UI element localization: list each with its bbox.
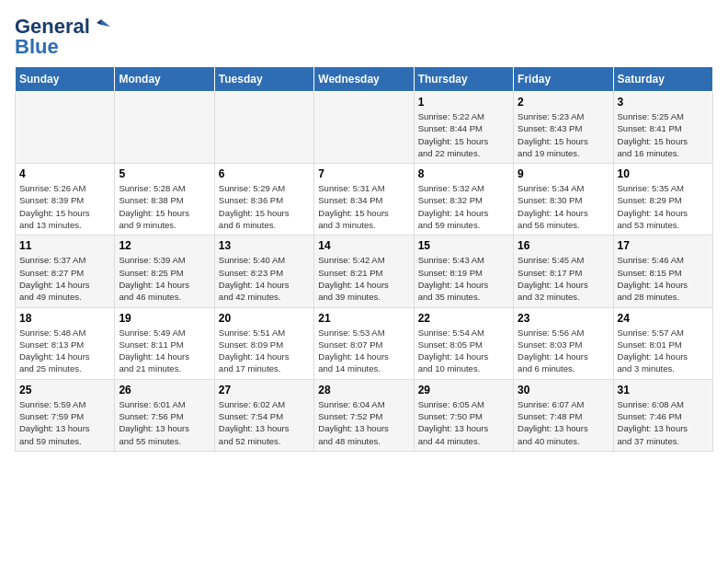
cell-content: Sunrise: 5:49 AM Sunset: 8:11 PM Dayligh…	[119, 327, 210, 375]
day-number: 3	[618, 96, 709, 109]
cell-content: Sunrise: 5:40 AM Sunset: 8:23 PM Dayligh…	[219, 254, 310, 303]
calendar-week-row: 4Sunrise: 5:26 AM Sunset: 8:39 PM Daylig…	[16, 164, 713, 236]
calendar-cell: 12Sunrise: 5:39 AM Sunset: 8:25 PM Dayli…	[115, 236, 214, 307]
day-number: 12	[119, 239, 210, 252]
cell-content: Sunrise: 5:31 AM Sunset: 8:34 PM Dayligh…	[318, 182, 409, 231]
calendar-cell: 23Sunrise: 5:56 AM Sunset: 8:03 PM Dayli…	[514, 307, 613, 379]
col-header-sunday: Sunday	[16, 67, 115, 92]
cell-content: Sunrise: 5:35 AM Sunset: 8:29 PM Dayligh…	[618, 182, 709, 231]
calendar-cell: 16Sunrise: 5:45 AM Sunset: 8:17 PM Dayli…	[514, 236, 613, 307]
calendar-cell: 4Sunrise: 5:26 AM Sunset: 8:39 PM Daylig…	[16, 164, 115, 236]
calendar-cell: 25Sunrise: 5:59 AM Sunset: 7:59 PM Dayli…	[16, 379, 115, 451]
day-number: 26	[119, 384, 210, 396]
cell-content: Sunrise: 6:02 AM Sunset: 7:54 PM Dayligh…	[219, 398, 310, 447]
cell-content: Sunrise: 6:04 AM Sunset: 7:52 PM Dayligh…	[318, 398, 409, 447]
calendar-week-row: 25Sunrise: 5:59 AM Sunset: 7:59 PM Dayli…	[16, 379, 713, 451]
day-number: 19	[119, 312, 210, 325]
cell-content: Sunrise: 5:32 AM Sunset: 8:32 PM Dayligh…	[418, 182, 509, 231]
svg-marker-0	[101, 19, 110, 27]
calendar-cell	[214, 92, 313, 164]
col-header-wednesday: Wednesday	[314, 67, 414, 92]
day-number: 17	[618, 239, 709, 252]
cell-content: Sunrise: 5:48 AM Sunset: 8:13 PM Dayligh…	[19, 327, 110, 375]
cell-content: Sunrise: 5:59 AM Sunset: 7:59 PM Dayligh…	[19, 398, 110, 447]
cell-content: Sunrise: 5:25 AM Sunset: 8:41 PM Dayligh…	[618, 110, 709, 159]
calendar-cell	[16, 92, 115, 164]
calendar-week-row: 1Sunrise: 5:22 AM Sunset: 8:44 PM Daylig…	[16, 92, 713, 164]
calendar-cell: 13Sunrise: 5:40 AM Sunset: 8:23 PM Dayli…	[214, 236, 313, 307]
day-number: 28	[318, 384, 409, 396]
day-number: 7	[318, 167, 409, 180]
logo-bird-icon	[92, 17, 110, 36]
calendar-cell: 18Sunrise: 5:48 AM Sunset: 8:13 PM Dayli…	[16, 307, 115, 379]
day-number: 16	[518, 239, 609, 252]
cell-content: Sunrise: 5:37 AM Sunset: 8:27 PM Dayligh…	[19, 254, 110, 303]
day-number: 31	[618, 384, 709, 396]
calendar-cell: 5Sunrise: 5:28 AM Sunset: 8:38 PM Daylig…	[115, 164, 214, 236]
cell-content: Sunrise: 5:45 AM Sunset: 8:17 PM Dayligh…	[518, 254, 609, 303]
day-number: 30	[518, 384, 609, 396]
cell-content: Sunrise: 6:07 AM Sunset: 7:48 PM Dayligh…	[518, 398, 609, 447]
calendar-cell: 19Sunrise: 5:49 AM Sunset: 8:11 PM Dayli…	[115, 307, 214, 379]
col-header-tuesday: Tuesday	[214, 67, 313, 92]
calendar-cell	[115, 92, 214, 164]
calendar-week-row: 11Sunrise: 5:37 AM Sunset: 8:27 PM Dayli…	[16, 236, 713, 307]
day-number: 6	[219, 167, 310, 180]
calendar-cell: 21Sunrise: 5:53 AM Sunset: 8:07 PM Dayli…	[314, 307, 414, 379]
cell-content: Sunrise: 6:05 AM Sunset: 7:50 PM Dayligh…	[418, 398, 509, 447]
day-number: 21	[318, 312, 409, 325]
cell-content: Sunrise: 5:51 AM Sunset: 8:09 PM Dayligh…	[219, 327, 310, 375]
day-number: 4	[19, 167, 110, 180]
calendar-cell: 3Sunrise: 5:25 AM Sunset: 8:41 PM Daylig…	[613, 92, 712, 164]
day-number: 27	[219, 384, 310, 396]
cell-content: Sunrise: 5:23 AM Sunset: 8:43 PM Dayligh…	[518, 110, 609, 159]
calendar-cell: 31Sunrise: 6:08 AM Sunset: 7:46 PM Dayli…	[613, 379, 712, 451]
day-number: 24	[618, 312, 709, 325]
calendar-cell: 11Sunrise: 5:37 AM Sunset: 8:27 PM Dayli…	[16, 236, 115, 307]
day-number: 20	[219, 312, 310, 325]
col-header-saturday: Saturday	[613, 67, 712, 92]
calendar-cell: 2Sunrise: 5:23 AM Sunset: 8:43 PM Daylig…	[514, 92, 613, 164]
calendar-cell: 24Sunrise: 5:57 AM Sunset: 8:01 PM Dayli…	[613, 307, 712, 379]
calendar-cell: 14Sunrise: 5:42 AM Sunset: 8:21 PM Dayli…	[314, 236, 414, 307]
day-number: 13	[219, 239, 310, 252]
col-header-friday: Friday	[514, 67, 613, 92]
calendar-cell: 15Sunrise: 5:43 AM Sunset: 8:19 PM Dayli…	[414, 236, 513, 307]
calendar-cell: 22Sunrise: 5:54 AM Sunset: 8:05 PM Dayli…	[414, 307, 513, 379]
calendar-cell: 8Sunrise: 5:32 AM Sunset: 8:32 PM Daylig…	[414, 164, 513, 236]
cell-content: Sunrise: 5:34 AM Sunset: 8:30 PM Dayligh…	[518, 182, 609, 231]
calendar-table: SundayMondayTuesdayWednesdayThursdayFrid…	[15, 66, 713, 452]
day-number: 29	[418, 384, 509, 396]
calendar-cell: 10Sunrise: 5:35 AM Sunset: 8:29 PM Dayli…	[613, 164, 712, 236]
day-number: 2	[518, 96, 609, 109]
cell-content: Sunrise: 6:08 AM Sunset: 7:46 PM Dayligh…	[618, 398, 709, 447]
calendar-week-row: 18Sunrise: 5:48 AM Sunset: 8:13 PM Dayli…	[16, 307, 713, 379]
cell-content: Sunrise: 6:01 AM Sunset: 7:56 PM Dayligh…	[119, 398, 210, 447]
day-number: 10	[618, 167, 709, 180]
cell-content: Sunrise: 5:46 AM Sunset: 8:15 PM Dayligh…	[618, 254, 709, 303]
day-number: 9	[518, 167, 609, 180]
calendar-cell: 20Sunrise: 5:51 AM Sunset: 8:09 PM Dayli…	[214, 307, 313, 379]
cell-content: Sunrise: 5:57 AM Sunset: 8:01 PM Dayligh…	[618, 327, 709, 375]
day-number: 22	[418, 312, 509, 325]
cell-content: Sunrise: 5:29 AM Sunset: 8:36 PM Dayligh…	[219, 182, 310, 231]
cell-content: Sunrise: 5:39 AM Sunset: 8:25 PM Dayligh…	[119, 254, 210, 303]
day-number: 5	[119, 167, 210, 180]
cell-content: Sunrise: 5:56 AM Sunset: 8:03 PM Dayligh…	[518, 327, 609, 375]
cell-content: Sunrise: 5:26 AM Sunset: 8:39 PM Dayligh…	[19, 182, 110, 231]
calendar-cell: 6Sunrise: 5:29 AM Sunset: 8:36 PM Daylig…	[214, 164, 313, 236]
cell-content: Sunrise: 5:28 AM Sunset: 8:38 PM Dayligh…	[119, 182, 210, 231]
day-number: 15	[418, 239, 509, 252]
day-number: 11	[19, 239, 110, 252]
page-header: General Blue	[15, 15, 713, 59]
cell-content: Sunrise: 5:22 AM Sunset: 8:44 PM Dayligh…	[418, 110, 509, 159]
logo: General Blue	[15, 15, 110, 59]
logo-blue: Blue	[15, 35, 59, 59]
day-number: 8	[418, 167, 509, 180]
svg-marker-1	[97, 19, 101, 25]
cell-content: Sunrise: 5:53 AM Sunset: 8:07 PM Dayligh…	[318, 327, 409, 375]
calendar-cell: 28Sunrise: 6:04 AM Sunset: 7:52 PM Dayli…	[314, 379, 414, 451]
col-header-monday: Monday	[115, 67, 214, 92]
calendar-cell: 17Sunrise: 5:46 AM Sunset: 8:15 PM Dayli…	[613, 236, 712, 307]
day-number: 18	[19, 312, 110, 325]
